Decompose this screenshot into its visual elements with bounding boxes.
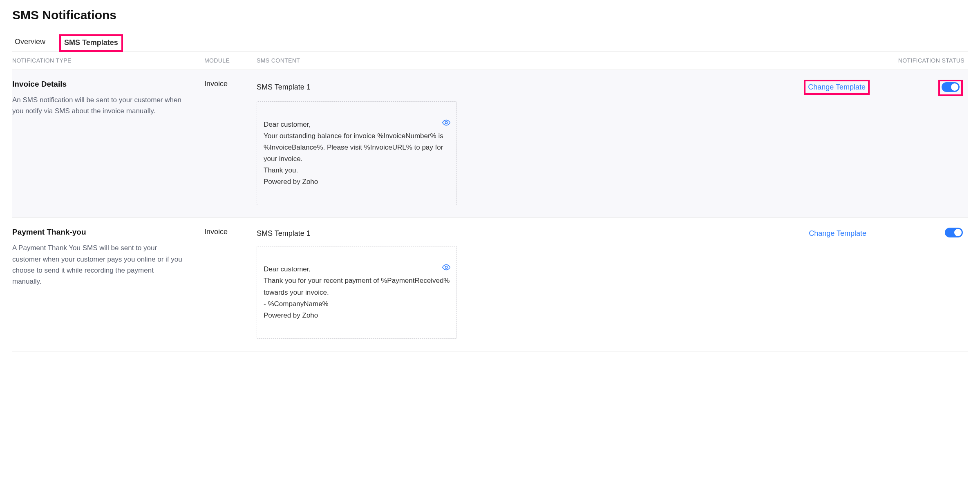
sms-body-text: Dear customer, Thank you for your recent… — [264, 265, 450, 319]
sms-content-cell: SMS Template 1 Change Template Dear cust… — [257, 80, 886, 205]
template-name: SMS Template 1 — [257, 229, 311, 238]
preview-icon[interactable] — [442, 107, 451, 116]
status-toggle[interactable] — [945, 228, 963, 237]
status-cell — [886, 228, 968, 338]
status-toggle-wrap — [945, 228, 963, 239]
sms-body-text: Dear customer, Your outstanding balance … — [264, 121, 443, 186]
tabs: Overview SMS Templates — [12, 34, 968, 51]
svg-point-1 — [445, 266, 447, 269]
change-template-link[interactable]: Change Template — [805, 228, 870, 239]
module-label: Invoice — [204, 228, 228, 236]
sms-template-body: Dear customer, Thank you for your recent… — [257, 246, 457, 338]
table-row: Invoice Details An SMS notification will… — [12, 70, 968, 218]
status-toggle[interactable] — [942, 82, 960, 92]
notification-type-cell: Payment Thank-you A Payment Thank You SM… — [12, 228, 204, 338]
sms-notifications-page: SMS Notifications Overview SMS Templates… — [0, 0, 980, 368]
notification-description: A Payment Thank You SMS will be sent to … — [12, 242, 204, 287]
module-cell: Invoice — [204, 228, 257, 338]
header-notification-status: NOTIFICATION STATUS — [886, 57, 968, 64]
highlight-status-toggle — [938, 80, 963, 96]
notification-type-cell: Invoice Details An SMS notification will… — [12, 80, 204, 205]
status-cell — [886, 80, 968, 205]
module-cell: Invoice — [204, 80, 257, 205]
template-name: SMS Template 1 — [257, 83, 311, 92]
page-title: SMS Notifications — [12, 8, 968, 22]
content-header: SMS Template 1 Change Template — [257, 80, 886, 95]
table-header: NOTIFICATION TYPE MODULE SMS CONTENT NOT… — [12, 51, 968, 70]
notification-title: Invoice Details — [12, 80, 204, 89]
notification-description: An SMS notification will be sent to your… — [12, 94, 204, 116]
tab-overview[interactable]: Overview — [12, 34, 48, 51]
content-header: SMS Template 1 Change Template — [257, 228, 886, 239]
header-module: MODULE — [204, 57, 257, 64]
module-label: Invoice — [204, 80, 228, 88]
tab-sms-templates[interactable]: SMS Templates — [64, 38, 118, 47]
sms-template-body: Dear customer, Your outstanding balance … — [257, 101, 457, 205]
header-sms-content: SMS CONTENT — [257, 57, 886, 64]
notification-title: Payment Thank-you — [12, 228, 204, 237]
highlight-sms-templates-tab: SMS Templates — [59, 34, 123, 52]
preview-icon[interactable] — [442, 251, 451, 260]
header-notification-type: NOTIFICATION TYPE — [12, 57, 204, 64]
sms-content-cell: SMS Template 1 Change Template Dear cust… — [257, 228, 886, 338]
svg-point-0 — [445, 121, 447, 124]
change-template-link[interactable]: Change Template — [804, 80, 870, 95]
table-row: Payment Thank-you A Payment Thank You SM… — [12, 218, 968, 351]
